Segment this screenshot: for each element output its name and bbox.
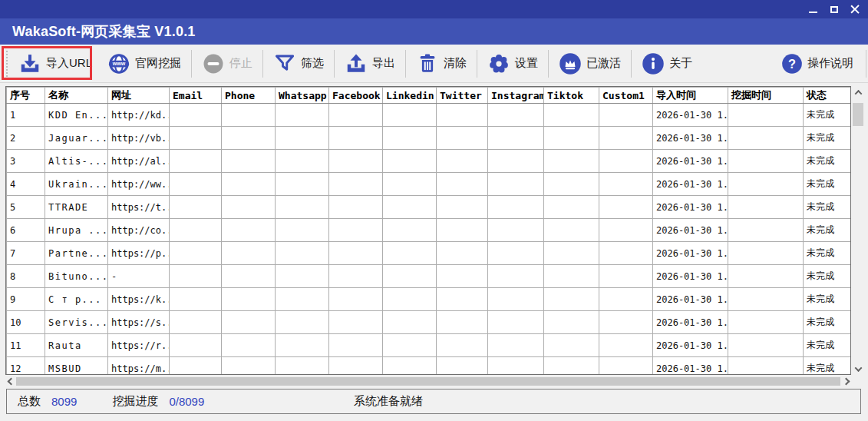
cell-phone [222, 150, 276, 173]
cell-index: 2 [7, 127, 45, 150]
toolbar-button-clear[interactable]: 清除 [408, 48, 474, 80]
column-header-facebook[interactable]: Facebook [329, 88, 383, 104]
cell-phone [222, 357, 276, 376]
column-header-instagram[interactable]: Instagram [488, 88, 544, 104]
column-header-url[interactable]: 网址 [108, 88, 170, 104]
cell-instagram [488, 334, 544, 357]
column-header-index[interactable]: 序号 [7, 88, 45, 104]
cell-custom1 [599, 219, 653, 242]
cell-custom1 [599, 104, 653, 127]
toolbar-button-help[interactable]: ? 操作说明 [774, 48, 861, 79]
table-row[interactable]: 2Jaguar...http://vb...2026-01-30 1...未完成 [7, 127, 851, 150]
download-tray-icon [18, 52, 41, 75]
column-header-tiktok[interactable]: Tiktok [544, 88, 599, 104]
funnel-icon [273, 52, 296, 75]
toolbar-button-site-mine[interactable]: www 官网挖掘 [100, 48, 189, 80]
horizontal-scrollbar[interactable] [5, 376, 851, 387]
cell-instagram [488, 219, 544, 242]
vertical-scrollbar[interactable] [851, 86, 865, 375]
cell-facebook [329, 104, 383, 127]
table-row[interactable]: 1KDD En...http://kd...2026-01-30 1...未完成 [7, 104, 851, 127]
scroll-right-button[interactable] [839, 376, 853, 387]
cell-tiktok [544, 288, 599, 311]
cell-twitter [437, 173, 488, 196]
table-row[interactable]: 3Altis-...http://al...2026-01-30 1...未完成 [7, 150, 851, 173]
toolbar-button-import-url[interactable]: 导入URL [11, 48, 100, 80]
toolbar-button-about[interactable]: 关于 [634, 48, 700, 80]
cell-mine_time [728, 150, 804, 173]
status-message: 系统准备就绪 [354, 394, 423, 409]
toolbar-button-settings[interactable]: 设置 [480, 48, 546, 80]
column-header-twitter[interactable]: Twitter [437, 88, 488, 104]
cell-custom1 [599, 311, 653, 334]
cell-phone [222, 242, 276, 265]
cell-name: Bituno... [45, 265, 108, 288]
cell-facebook [329, 219, 383, 242]
toolbar-button-activated[interactable]: 已激活 [551, 48, 629, 80]
column-header-phone[interactable]: Phone [222, 88, 276, 104]
toolbar-button-filter[interactable]: 筛选 [266, 48, 332, 80]
column-header-mine_time[interactable]: 挖掘时间 [728, 88, 804, 104]
cell-index: 5 [7, 196, 45, 219]
column-header-custom1[interactable]: Custom1 [599, 88, 653, 104]
cell-twitter [437, 219, 488, 242]
cell-status: 未完成 [804, 357, 851, 376]
toolbar-separator [477, 50, 477, 78]
horizontal-scrollbar-thumb[interactable] [16, 377, 840, 386]
cell-email [170, 334, 222, 357]
cell-whatsapp [276, 150, 329, 173]
cell-linkedin [383, 196, 437, 219]
table-row[interactable]: 10Servis...https://s...2026-01-30 1...未完… [7, 311, 851, 334]
chevron-up-icon [854, 89, 862, 97]
cell-linkedin [383, 288, 437, 311]
table-row[interactable]: 9С т р...https://k...2026-01-30 1...未完成 [7, 288, 851, 311]
toolbar-button-export[interactable]: 导出 [337, 48, 403, 80]
cell-email [170, 288, 222, 311]
cell-index: 3 [7, 150, 45, 173]
column-header-email[interactable]: Email [170, 88, 222, 104]
column-header-linkedin[interactable]: Linkedin [383, 88, 437, 104]
cell-whatsapp [276, 242, 329, 265]
vertical-scrollbar-thumb[interactable] [853, 103, 863, 126]
close-button[interactable] [844, 1, 865, 18]
table-row[interactable]: 7Partne...https://p...2026-01-30 1...未完成 [7, 242, 851, 265]
cell-phone [222, 173, 276, 196]
results-table: 序号名称网址EmailPhoneWhatsappFacebookLinkedin… [5, 86, 851, 375]
minimize-button[interactable] [803, 1, 823, 18]
table-row[interactable]: 11Rautahttps://r...2026-01-30 1...未完成 [7, 334, 851, 357]
table-row[interactable]: 8Bituno...-2026-01-30 1...未完成 [7, 265, 851, 288]
toolbar-label: 清除 [444, 56, 467, 71]
cell-name: Servis... [45, 311, 108, 334]
cell-custom1 [599, 334, 653, 357]
cell-twitter [437, 334, 488, 357]
cell-linkedin [383, 265, 437, 288]
table-row[interactable]: 12MSBUDhttps://m...2026-01-30 1...未完成 [7, 357, 851, 376]
table-row[interactable]: 6Hrupa ...http://co...2026-01-30 1...未完成 [7, 219, 851, 242]
scroll-down-button[interactable] [851, 363, 865, 375]
column-header-whatsapp[interactable]: Whatsapp [276, 88, 329, 104]
column-header-import_time[interactable]: 导入时间 [653, 88, 728, 104]
toolbar-label: 导入URL [46, 56, 92, 71]
cell-facebook [329, 288, 383, 311]
cell-index: 12 [7, 357, 45, 376]
title-bar: WakaSoft-网页采集宝 V1.0.1 [0, 18, 868, 45]
cell-twitter [437, 150, 488, 173]
maximize-button[interactable] [823, 1, 844, 18]
cell-email [170, 127, 222, 150]
cell-linkedin [383, 150, 437, 173]
cell-email [170, 311, 222, 334]
table-row[interactable]: 4Ukrain...http://ww...2026-01-30 1...未完成 [7, 173, 851, 196]
column-header-name[interactable]: 名称 [45, 88, 108, 104]
cell-mine_time [728, 219, 804, 242]
app-window: WakaSoft-网页采集宝 V1.0.1 导入URL [0, 0, 868, 421]
cell-email [170, 219, 222, 242]
table-row[interactable]: 5TTRADEhttps://t...2026-01-30 1...未完成 [7, 196, 851, 219]
column-header-status[interactable]: 状态 [804, 88, 851, 104]
cell-linkedin [383, 219, 437, 242]
cell-url: https://r... [108, 334, 170, 357]
scroll-up-button[interactable] [851, 86, 865, 98]
cell-name: KDD En... [45, 104, 108, 127]
cell-email [170, 265, 222, 288]
cell-mine_time [728, 334, 804, 357]
cell-url: https://k... [108, 288, 170, 311]
